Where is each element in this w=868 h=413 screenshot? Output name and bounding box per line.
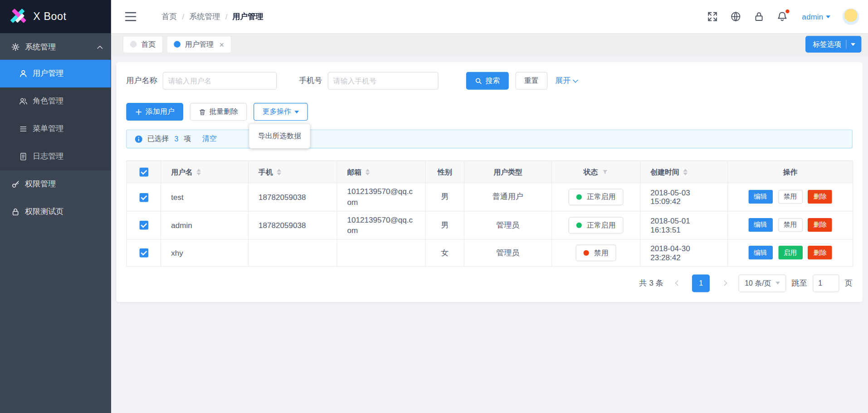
tab-dot — [130, 41, 137, 48]
trash-icon — [199, 108, 206, 116]
expand-link[interactable]: 展开 — [555, 76, 577, 86]
cell-phone: 18782059038 — [248, 183, 336, 211]
status-badge: 正常启用 — [569, 217, 624, 233]
sidebar-group-system[interactable]: 系统管理 — [0, 34, 111, 60]
breadcrumb-separator: / — [225, 12, 228, 21]
user-menu[interactable]: admin — [802, 12, 830, 21]
sort-icon[interactable] — [366, 169, 370, 175]
filter-icon[interactable] — [602, 169, 609, 175]
sidebar-item-users[interactable]: 用户管理 — [0, 60, 111, 87]
sidebar-item-logs[interactable]: 日志管理 — [0, 143, 111, 170]
column-header-created: 创建时间 — [650, 167, 679, 177]
username-input[interactable] — [163, 72, 277, 90]
cell-username: test — [161, 183, 249, 211]
column-header-status: 状态 — [584, 167, 598, 177]
cell-phone — [248, 239, 336, 266]
cell-created: 2018-05-01 16:13:51 — [640, 211, 728, 239]
cell-created: 2018-04-30 23:28:42 — [640, 239, 728, 266]
add-user-label: 添加用户 — [146, 107, 174, 117]
search-button[interactable]: 搜索 — [466, 72, 509, 90]
sort-icon[interactable] — [683, 169, 688, 175]
sidebar-item-menus[interactable]: 菜单管理 — [0, 115, 111, 143]
row-checkbox[interactable] — [139, 221, 148, 230]
chevron-down-icon — [573, 77, 578, 83]
sidebar-item-permission-test[interactable]: 权限测试页 — [0, 198, 111, 226]
tab-dot — [174, 41, 180, 48]
table-row: test 18782059038 1012139570@qq.com 男 普通用… — [127, 183, 853, 211]
phone-input[interactable] — [328, 72, 439, 90]
pagination: 共 3 条 1 10 条/页 跳至 页 — [126, 274, 853, 292]
clear-selection-link[interactable]: 清空 — [202, 134, 217, 144]
more-actions-button[interactable]: 更多操作 — [254, 103, 308, 121]
delete-button[interactable]: 删除 — [808, 218, 832, 232]
app-root: X Boot 系统管理 用户管理 — [0, 0, 868, 413]
add-user-button[interactable]: 添加用户 — [126, 103, 183, 121]
edit-button[interactable]: 编辑 — [748, 190, 773, 204]
bell-icon[interactable] — [776, 11, 787, 22]
cell-username: xhy — [161, 239, 249, 266]
close-icon[interactable]: × — [219, 40, 224, 49]
reset-button[interactable]: 重置 — [515, 72, 547, 90]
phone-label: 手机号 — [299, 76, 322, 86]
select-all-checkbox[interactable] — [139, 168, 148, 177]
edit-button[interactable]: 编辑 — [748, 246, 773, 260]
batch-delete-label: 批量删除 — [209, 107, 238, 117]
chevron-down-icon — [826, 15, 830, 18]
cell-email: 1012139570@qq.com — [337, 211, 425, 239]
delete-button[interactable]: 删除 — [808, 190, 832, 204]
dropdown-item-export[interactable]: 导出所选数据 — [249, 127, 310, 146]
cell-gender: 男 — [425, 183, 464, 211]
x-boot-logo-icon — [9, 7, 28, 26]
fullscreen-icon[interactable] — [707, 11, 718, 22]
total-count: 共 3 条 — [639, 278, 663, 288]
page-size-select[interactable]: 10 条/页 — [739, 274, 786, 292]
cell-email: 1012139570@qq.com — [337, 183, 425, 211]
enable-button[interactable]: 启用 — [778, 246, 803, 260]
column-header-user-type: 用户类型 — [493, 167, 522, 175]
plus-icon — [135, 108, 142, 116]
breadcrumb-item-system[interactable]: 系统管理 — [189, 12, 220, 22]
status-label: 正常启用 — [587, 192, 615, 202]
sort-icon[interactable] — [277, 169, 281, 175]
disable-button[interactable]: 禁用 — [778, 218, 803, 232]
delete-button[interactable]: 删除 — [808, 246, 832, 260]
users-icon — [19, 97, 28, 106]
gear-icon — [11, 43, 20, 52]
menu-list-icon — [19, 125, 28, 134]
column-header-actions: 操作 — [783, 167, 798, 175]
table-row: admin 18782059038 1012139570@qq.com 男 管理… — [127, 211, 853, 239]
edit-button[interactable]: 编辑 — [748, 218, 773, 232]
column-header-email: 邮箱 — [347, 167, 361, 177]
breadcrumb-item-home[interactable]: 首页 — [161, 12, 177, 22]
batch-delete-button[interactable]: 批量删除 — [190, 103, 247, 121]
page-button-1[interactable]: 1 — [692, 274, 710, 292]
disable-button[interactable]: 禁用 — [778, 190, 803, 204]
jump-input[interactable] — [813, 274, 839, 292]
tags-nav: 首页 用户管理 × 标签选项 — [111, 33, 868, 55]
lock-icon[interactable] — [753, 11, 764, 22]
sidebar-item-label: 日志管理 — [33, 151, 63, 161]
sidebar-collapse-button[interactable] — [123, 10, 138, 23]
prev-page-button[interactable] — [669, 274, 687, 292]
tab-home[interactable]: 首页 — [123, 36, 163, 53]
cell-gender: 男 — [425, 211, 464, 239]
status-label: 正常启用 — [587, 220, 615, 230]
sort-icon[interactable] — [196, 169, 201, 175]
document-icon — [19, 152, 28, 161]
avatar[interactable] — [843, 8, 859, 25]
jump-label: 跳至 — [792, 278, 807, 288]
sidebar-item-label: 用户管理 — [33, 68, 63, 78]
chevron-right-icon — [722, 280, 727, 286]
tag-options-button[interactable]: 标签选项 — [805, 36, 861, 53]
search-icon — [475, 77, 482, 84]
search-form: 用户名称 手机号 搜索 重置 展开 — [126, 72, 853, 90]
top-bar: 首页 / 系统管理 / 用户管理 admin — [111, 0, 868, 33]
row-checkbox[interactable] — [139, 193, 148, 202]
globe-icon[interactable] — [730, 11, 741, 22]
next-page-button[interactable] — [716, 274, 733, 292]
row-checkbox[interactable] — [139, 248, 148, 258]
selection-count: 3 — [175, 135, 179, 143]
sidebar-item-permissions[interactable]: 权限管理 — [0, 170, 111, 198]
sidebar-item-roles[interactable]: 角色管理 — [0, 87, 111, 115]
tab-user-management[interactable]: 用户管理 × — [166, 36, 231, 53]
